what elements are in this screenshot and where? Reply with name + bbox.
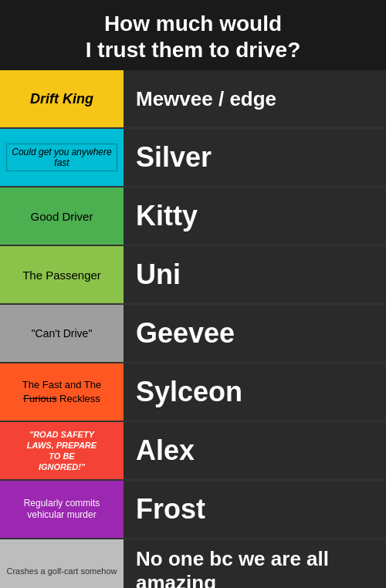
- tier-name-fast-furious: Sylceon: [124, 363, 386, 421]
- tier-name-good-driver: Kitty: [124, 188, 386, 245]
- tier-row-cant-drive: "Can't Drive" Geevee: [0, 305, 386, 363]
- tier-row-good-driver: Good Driver Kitty: [0, 188, 386, 246]
- tier-row-could-get: Could get you anywhere fast Silver: [0, 129, 386, 188]
- tier-label-could-get: Could get you anywhere fast: [0, 129, 124, 186]
- tier-row-vehicular: Regularly commits vehicular murder Frost: [0, 481, 386, 539]
- tier-label-vehicular: Regularly commits vehicular murder: [0, 481, 124, 538]
- tier-name-cant-drive: Geevee: [124, 305, 386, 362]
- tier-row-passenger: The Passenger Uni: [0, 246, 386, 305]
- tier-name-passenger: Uni: [124, 246, 386, 303]
- tier-label-good-driver: Good Driver: [0, 188, 124, 245]
- tier-name-could-get: Silver: [124, 129, 386, 186]
- tier-name-road-safety: Alex: [124, 422, 386, 479]
- tier-label-drift-king: Drift King: [0, 70, 124, 127]
- tier-name-drift-king: Mewvee / edge: [124, 70, 386, 127]
- tier-label-passenger: The Passenger: [0, 246, 124, 303]
- tier-row-fast-furious: The Fast and The Furious Reckless Sylceo…: [0, 363, 386, 422]
- tier-label-text: Could get you anywhere fast: [6, 144, 117, 171]
- tier-label-text: Regularly commits vehicular murder: [6, 498, 117, 522]
- tier-label-text: The Passenger: [22, 269, 101, 282]
- tier-label-text: The Fast and The Furious Reckless: [22, 378, 101, 406]
- tier-row-drift-king: Drift King Mewvee / edge: [0, 70, 386, 129]
- tier-name-golf-cart: No one bc we are all amazing: [124, 539, 386, 588]
- tier-label-fast-furious: The Fast and The Furious Reckless: [0, 363, 124, 421]
- title-section: How much would I trust them to drive?: [0, 0, 386, 70]
- tier-label-text: Good Driver: [31, 210, 93, 223]
- tier-label-text: "Can't Drive": [32, 327, 93, 340]
- page-title: How much would I trust them to drive?: [15, 11, 371, 63]
- tier-label-cant-drive: "Can't Drive": [0, 305, 124, 362]
- tier-label-road-safety: "ROAD SAFETY LAWS, PREPARE TO BE IGNORED…: [0, 422, 124, 479]
- tier-row-road-safety: "ROAD SAFETY LAWS, PREPARE TO BE IGNORED…: [0, 422, 386, 481]
- tier-label-text: "ROAD SAFETY LAWS, PREPARE TO BE IGNORED…: [27, 429, 96, 473]
- tier-label-text: Crashes a golf-cart somehow: [6, 566, 117, 576]
- tier-row-golf-cart: Crashes a golf-cart somehow No one bc we…: [0, 539, 386, 588]
- tier-name-vehicular: Frost: [124, 481, 386, 538]
- tier-label-golf-cart: Crashes a golf-cart somehow: [0, 539, 124, 588]
- tier-label-text: Drift King: [30, 91, 93, 107]
